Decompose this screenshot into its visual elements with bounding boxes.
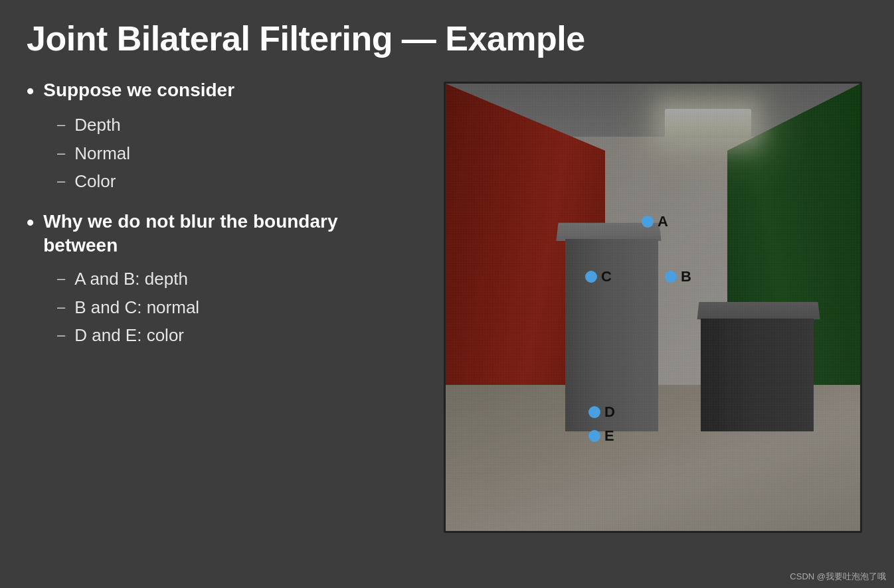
right-panel: A B C D [438,78,867,575]
subitem-normal-label: Normal [74,141,130,165]
point-c-label: C [601,268,612,285]
point-e-label: E [604,427,614,445]
slide: Joint Bilateral Filtering — Example • Su… [0,0,894,588]
point-d: D [588,404,615,421]
dash-icon: – [57,115,65,135]
subitem-de-label: D and E: color [74,323,184,347]
point-c-dot [585,271,597,283]
point-b: B [665,268,691,285]
subitem-depth: – Depth [57,113,412,137]
dash-icon: – [57,269,65,289]
point-a-dot [642,216,654,228]
bullet-2-subitems: – A and B: depth – B and C: normal – D a… [57,267,412,347]
left-panel: • Suppose we consider – Depth – Normal –… [27,78,412,575]
bullet-1-subitems: – Depth – Normal – Color [57,113,412,193]
point-d-dot [588,406,600,418]
subitem-de: – D and E: color [57,323,412,347]
bullet-2-text: Why we do not blur the boundary between [43,210,412,258]
slide-title: Joint Bilateral Filtering — Example [27,19,867,58]
subitem-ab-label: A and B: depth [74,267,188,291]
point-b-dot [665,271,677,283]
bullet-1: • Suppose we consider [27,78,412,104]
point-c: C [585,268,612,285]
point-a: A [642,213,668,230]
bullet-1-text: Suppose we consider [43,78,234,102]
bullet-2: • Why we do not blur the boundary betwee… [27,210,412,258]
dash-icon: – [57,297,65,318]
point-e-dot [588,430,600,442]
bullet-dot-2: • [27,210,34,235]
watermark: CSDN @我要吐泡泡了哦 [790,571,886,583]
content-area: • Suppose we consider – Depth – Normal –… [27,78,867,575]
dash-icon: – [57,325,65,346]
dash-icon: – [57,143,65,164]
subitem-bc: – B and C: normal [57,295,412,319]
subitem-color: – Color [57,169,412,193]
subitem-bc-label: B and C: normal [74,295,199,319]
point-e: E [588,427,614,445]
subitem-ab: – A and B: depth [57,267,412,291]
scene: A B C D [446,84,860,531]
subitem-depth-label: Depth [74,113,120,137]
point-a-label: A [658,213,668,230]
point-d-label: D [604,404,615,421]
subitem-color-label: Color [74,169,116,193]
bullet-dot-1: • [27,78,34,104]
point-b-label: B [681,268,691,285]
subitem-normal: – Normal [57,141,412,165]
scene-container: A B C D [444,82,862,533]
noise-overlay [446,84,860,531]
dash-icon: – [57,171,65,192]
